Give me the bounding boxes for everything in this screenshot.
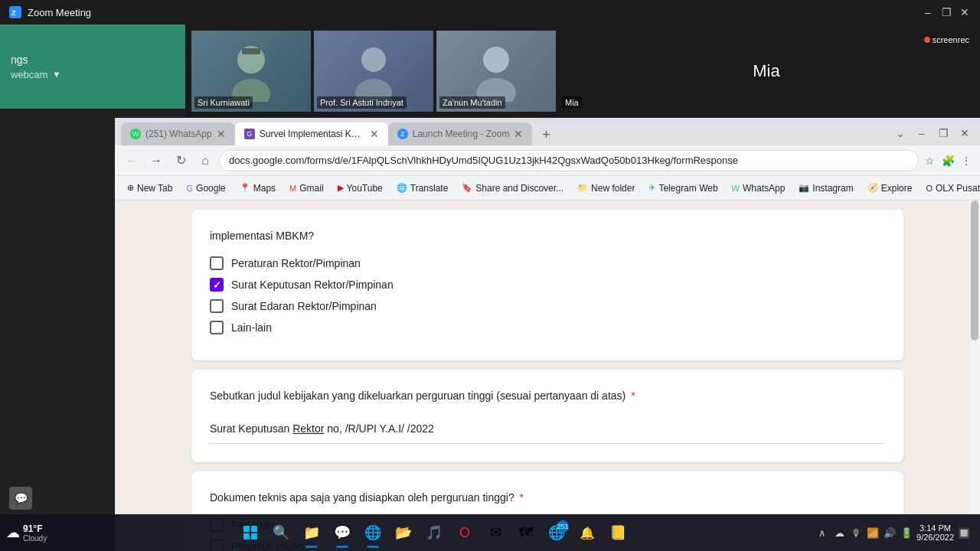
chat-fab[interactable]: 💬 xyxy=(9,487,32,510)
answer-underlined: Rektor xyxy=(292,422,324,435)
tray-onedrive[interactable]: ☁ xyxy=(832,526,846,540)
maps-button[interactable]: 🗺 xyxy=(512,519,540,546)
bookmark-explore[interactable]: 🧭 Explore xyxy=(861,179,919,197)
folder2-button[interactable]: 📂 xyxy=(390,519,417,546)
svg-rect-9 xyxy=(243,526,250,532)
bookmark-share-label: Share and Discover... xyxy=(475,183,564,194)
bookmark-translate[interactable]: 🌐 Translate xyxy=(390,179,455,197)
tray-battery[interactable]: 🔋 xyxy=(900,526,913,540)
tab-zoom-label: Launch Meeting - Zoom xyxy=(413,129,510,139)
file-explorer-button[interactable]: 📁 xyxy=(298,519,325,546)
participant-name-1: Sri Kurniawati xyxy=(194,96,253,109)
scrollbar-track[interactable] xyxy=(969,201,980,551)
checkbox-label-4: Lain-lain xyxy=(231,321,272,334)
tray-wifi[interactable]: 📶 xyxy=(866,526,880,540)
bookmark-google-label: Google xyxy=(196,183,226,194)
participant-name-mia: Mia xyxy=(753,61,779,81)
bookmark-share[interactable]: 🔖 Share and Discover... xyxy=(456,179,570,197)
address-input[interactable] xyxy=(219,150,919,171)
bookmark-gmail-label: Gmail xyxy=(299,183,323,194)
system-clock[interactable]: 3:14 PM 9/26/2022 xyxy=(916,523,954,542)
taskbar: ☁ 91°F Cloudy 🔍 📁 💬 🌐 xyxy=(0,514,980,551)
title-bar: Z Zoom Meeting – ❐ ✕ xyxy=(0,0,980,24)
more-icon[interactable]: ⋮ xyxy=(959,153,974,168)
answer-prefix: Surat Keputusan xyxy=(210,422,292,435)
weather-widget[interactable]: ☁ 91°F Cloudy xyxy=(6,523,47,543)
bookmark-new-tab[interactable]: ⊕ New Tab xyxy=(121,179,178,197)
zoom-video-area: Sri Kurniawati Prof. Sri Astuti Indriyat… xyxy=(185,24,980,118)
tab-list-button[interactable]: ⌄ xyxy=(891,124,910,142)
close-button[interactable]: ✕ xyxy=(959,6,971,18)
mail-button[interactable]: ✉ xyxy=(482,519,509,546)
avatar-2 xyxy=(351,41,397,102)
svg-point-7 xyxy=(483,47,509,73)
tab-whatsapp-label: (251) WhatsApp xyxy=(145,129,212,139)
bookmark-whatsapp[interactable]: W WhatsApp xyxy=(726,179,792,197)
tab-whatsapp[interactable]: W (251) WhatsApp ✕ xyxy=(121,122,235,145)
tab-zoom[interactable]: Z Launch Meeting - Zoom ✕ xyxy=(388,122,533,145)
restore-button[interactable]: ❐ xyxy=(940,6,952,18)
checkbox-item-4: Lain-lain xyxy=(210,321,885,334)
check-icon: ✓ xyxy=(213,279,221,291)
tab-restore-button[interactable]: ❐ xyxy=(934,124,952,142)
video-tile-1: Sri Kurniawati xyxy=(191,31,311,112)
spotify-icon: 🎵 xyxy=(426,524,443,541)
tab-minimize-button[interactable]: – xyxy=(913,124,931,142)
question-3-text: Dokumen teknis apa saja yang disiapkan o… xyxy=(210,491,514,504)
bookmark-gmail[interactable]: M Gmail xyxy=(283,179,330,197)
browser-button[interactable]: 🌐 251 xyxy=(543,519,570,546)
checkbox-item-2: ✓ Surat Keputusan Rektor/Pimpinan xyxy=(210,278,885,292)
checkbox-lain-lain-1[interactable] xyxy=(210,321,224,334)
edge-icon: 🌐 xyxy=(364,524,381,541)
bookmark-google[interactable]: G Google xyxy=(180,179,231,197)
svg-text:Z: Z xyxy=(11,9,16,17)
tray-sound[interactable]: 🔊 xyxy=(883,526,897,540)
folder2-icon: 📂 xyxy=(395,524,412,541)
checkbox-label-3: Surat Edaran Rektor/Pimpinan xyxy=(231,300,377,312)
scrollbar-thumb[interactable] xyxy=(971,201,978,341)
tab-survei-label: Survei Implementasi Kebijak... xyxy=(260,129,365,139)
tab-zoom-close[interactable]: ✕ xyxy=(514,128,523,140)
tab-whatsapp-close[interactable]: ✕ xyxy=(217,128,226,140)
tab-survei-close[interactable]: ✕ xyxy=(370,128,379,140)
back-button[interactable]: ← xyxy=(121,150,142,171)
bookmark-newfolder[interactable]: 📁 New folder xyxy=(571,179,641,197)
tray-mic[interactable]: 🎙 xyxy=(849,526,863,540)
zoom-left-panel: ngs webcam ▼ xyxy=(0,24,185,109)
bookmark-icon[interactable]: ☆ xyxy=(922,153,937,168)
zoom-taskbar-button[interactable]: 💬 xyxy=(328,519,356,546)
reload-button[interactable]: ↻ xyxy=(170,150,191,171)
tab-close-button[interactable]: ✕ xyxy=(956,124,974,142)
bookmark-telegram[interactable]: ✈ Telegram Web xyxy=(642,179,724,197)
rec-dot xyxy=(924,37,930,43)
form-section-2: Sebutkan judul kebijakan yang dikeluarka… xyxy=(191,370,903,462)
home-button[interactable]: ⌂ xyxy=(194,150,216,171)
start-button[interactable] xyxy=(237,519,264,546)
bookmark-instagram[interactable]: 📷 Instagram xyxy=(792,179,859,197)
search-button[interactable]: 🔍 xyxy=(267,519,295,546)
date-display: 9/26/2022 xyxy=(916,533,954,542)
new-tab-button[interactable]: + xyxy=(535,124,557,145)
minimize-button[interactable]: – xyxy=(922,6,934,18)
mail-icon: ✉ xyxy=(490,524,501,541)
bookmark-youtube[interactable]: ▶ YouTube xyxy=(332,179,389,197)
avatar-1 xyxy=(228,41,274,102)
spotify-button[interactable]: 🎵 xyxy=(420,519,448,546)
edge-button[interactable]: 🌐 xyxy=(359,519,387,546)
bookmark-olx[interactable]: O OLX Pusatnya Nge-... xyxy=(920,179,980,197)
zoom-panel-text2: webcam xyxy=(11,69,47,80)
forward-button[interactable]: → xyxy=(145,150,167,171)
opera-button[interactable]: O xyxy=(451,519,479,546)
bookmark-maps[interactable]: 📍 Maps xyxy=(234,179,282,197)
notification-center[interactable]: 🔲 xyxy=(957,526,971,540)
extensions-icon[interactable]: 🧩 xyxy=(940,153,956,168)
bookmark-olx-label: OLX Pusatnya Nge-... xyxy=(936,183,980,194)
checkbox-surat-edaran[interactable] xyxy=(210,299,224,313)
checkbox-surat-keputusan[interactable]: ✓ xyxy=(210,278,224,292)
participant-name-2: Prof. Sri Astuti Indriyat xyxy=(317,96,407,109)
red-app-button[interactable]: 📒 xyxy=(604,519,632,546)
tray-overflow[interactable]: ∧ xyxy=(815,526,829,540)
notif-button[interactable]: 🔔 xyxy=(573,519,601,546)
tab-survei[interactable]: G Survei Implementasi Kebijak... ✕ xyxy=(235,122,388,145)
checkbox-peraturan[interactable] xyxy=(210,256,224,270)
